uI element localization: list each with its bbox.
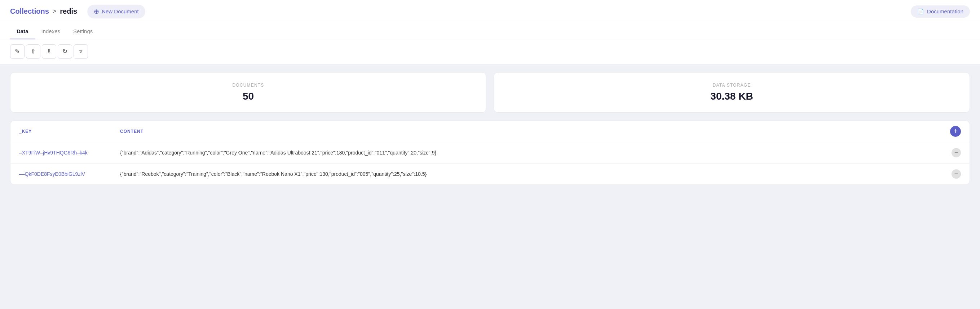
download-button[interactable]: ⇩	[42, 45, 56, 59]
new-doc-plus-icon: ⊕	[94, 8, 99, 16]
row-action-col: −	[947, 148, 961, 157]
row-key-link[interactable]: ––QkF0DE8FsyE0BbiGL9zlV	[19, 171, 85, 177]
row-action-col: −	[947, 169, 961, 179]
collections-link[interactable]: Collections	[10, 7, 49, 16]
table-row: –XT9FiW–jHv9THQG6Rh–k4k {"brand":"Adidas…	[10, 142, 970, 163]
breadcrumb-separator: >	[52, 8, 57, 15]
upload-button[interactable]: ⇧	[26, 45, 40, 59]
storage-card: DATA STORAGE 30.38 KB	[493, 72, 970, 113]
row-key-col: –XT9FiW–jHv9THQG6Rh–k4k	[19, 149, 120, 156]
new-document-button[interactable]: ⊕ New Document	[87, 5, 145, 18]
documentation-button[interactable]: 📄 Documentation	[911, 5, 970, 18]
documentation-label: Documentation	[927, 8, 963, 14]
new-document-label: New Document	[102, 8, 139, 14]
remove-row-button[interactable]: −	[951, 148, 961, 157]
col-key-header: _KEY	[19, 129, 120, 134]
row-content-col: {"brand":"Reebok","category":"Training",…	[120, 171, 947, 177]
storage-value: 30.38 KB	[710, 91, 753, 102]
tabs-bar: Data Indexes Settings	[0, 23, 980, 39]
tab-settings[interactable]: Settings	[67, 23, 99, 39]
stats-section: DOCUMENTS 50 DATA STORAGE 30.38 KB	[0, 64, 980, 120]
col-content-header: CONTENT	[120, 129, 947, 134]
doc-icon: 📄	[917, 8, 924, 15]
tab-data[interactable]: Data	[10, 23, 35, 39]
documents-card: DOCUMENTS 50	[10, 72, 487, 113]
data-table: _KEY CONTENT + –XT9FiW–jHv9THQG6Rh–k4k {…	[10, 120, 970, 185]
col-action-header: +	[947, 126, 961, 137]
row-key-col: ––QkF0DE8FsyE0BbiGL9zlV	[19, 171, 120, 177]
documents-label: DOCUMENTS	[232, 83, 264, 88]
breadcrumb-current: redis	[60, 7, 77, 16]
row-content-col: {"brand":"Adidas","category":"Running","…	[120, 150, 947, 155]
edit-icon: ✎	[15, 48, 20, 55]
filter-icon: ▿	[80, 48, 83, 55]
tab-indexes[interactable]: Indexes	[35, 23, 67, 39]
documents-value: 50	[243, 91, 254, 102]
toolbar: ✎ ⇧ ⇩ ↻ ▿	[0, 39, 980, 64]
edit-button[interactable]: ✎	[10, 45, 24, 59]
table-row: ––QkF0DE8FsyE0BbiGL9zlV {"brand":"Reebok…	[10, 163, 970, 184]
header-left: Collections > redis ⊕ New Document	[10, 5, 145, 18]
refresh-icon: ↻	[62, 48, 67, 55]
table-header-row: _KEY CONTENT +	[10, 121, 970, 142]
add-row-button[interactable]: +	[950, 126, 961, 137]
filter-button[interactable]: ▿	[73, 45, 88, 59]
storage-label: DATA STORAGE	[713, 83, 751, 88]
upload-icon: ⇧	[31, 48, 36, 55]
remove-row-button[interactable]: −	[951, 169, 961, 179]
download-icon: ⇩	[46, 48, 52, 55]
row-key-link[interactable]: –XT9FiW–jHv9THQG6Rh–k4k	[19, 150, 88, 155]
refresh-button[interactable]: ↻	[58, 45, 72, 59]
header: Collections > redis ⊕ New Document 📄 Doc…	[0, 0, 980, 23]
